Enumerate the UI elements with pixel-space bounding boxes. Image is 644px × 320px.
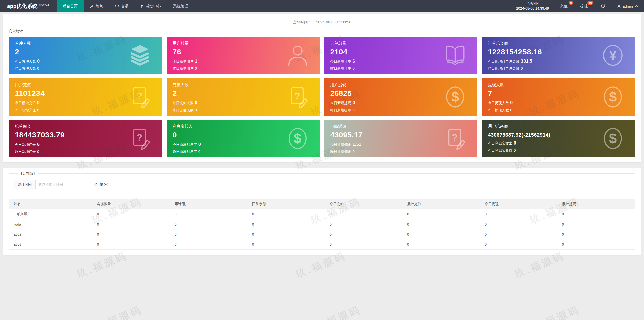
col-header-team-balance: 团队余额 — [248, 199, 325, 209]
cell: 0 — [557, 239, 635, 250]
dollar-circle-icon: $ — [601, 127, 625, 150]
nav-item-help-center[interactable]: 帮助中心 — [135, 0, 167, 12]
top-navbar: app优化系统 @cv718 后台首页 角色 交易 帮助中心 系统管理 — [0, 0, 644, 12]
navbar-local-time: 当地时间 2024-08-06 14:39:49 — [511, 0, 554, 12]
doc-question-icon: ? — [286, 85, 309, 109]
agent-stats-panel: 代理统计 统计时间 搜 索 姓名 客服数量 累计用户 团队余额 今日充值 累计充… — [3, 168, 641, 255]
card-line1-value: 6 — [37, 142, 40, 147]
cell: 0 — [325, 209, 403, 219]
agent-fieldset: 代理统计 统计时间 搜 索 — [9, 171, 635, 194]
card-line2-label: 昨日新增佣金 — [15, 150, 36, 154]
table-row: a002 0 0 0 0 0 0 0 — [9, 229, 635, 239]
card-line1-value: 0 — [353, 100, 355, 105]
watermark-text: 玖.福源码 — [90, 303, 144, 320]
col-header-today-withdraw: 今日提现 — [480, 199, 557, 209]
agent-search-form: 统计时间 搜 索 — [14, 180, 630, 189]
card-line2-label: 昨日新增订单 — [330, 66, 351, 70]
nav-item-label: 帮助中心 — [146, 4, 161, 9]
table-row: a003 0 0 0 0 0 0 0 — [9, 239, 635, 250]
stat-card-user-recharge: 用户充值 1101234 今日新增充值0 昨日新增充值0 ? — [9, 78, 162, 116]
cell: 0 — [403, 209, 480, 219]
nav-item-withdraw[interactable]: 提现 16 — [575, 0, 595, 12]
cell-name: a002 — [9, 229, 93, 239]
cell: 0 — [557, 219, 635, 229]
agent-table: 姓名 客服数量 累计用户 团队余额 今日充值 累计充值 今日提现 累计提现 一帆… — [9, 199, 635, 250]
agent-table-header: 姓名 客服数量 累计用户 团队余额 今日充值 累计充值 今日提现 累计提现 — [9, 199, 635, 209]
card-line1-value: 0 — [37, 100, 40, 105]
app-logo[interactable]: app优化系统 @cv718 — [0, 0, 57, 12]
user-menu[interactable]: admin — [611, 0, 644, 12]
cell-name: 一帆风顺 — [9, 209, 93, 219]
cell-name: liuda — [9, 219, 93, 229]
withdraw-badge: 16 — [587, 1, 593, 5]
card-line1-value: 6 — [353, 59, 355, 64]
cell: 0 — [480, 239, 557, 250]
table-row: liuda 0 0 0 0 0 0 0 — [9, 219, 635, 229]
username: admin — [623, 4, 633, 8]
agent-section-title: 代理统计 — [18, 171, 38, 176]
cell: 0 — [170, 219, 248, 229]
search-button-label: 搜 索 — [100, 182, 108, 187]
card-line2-label: 昨日新增充值 — [15, 108, 36, 112]
card-line1-value: 0 — [37, 59, 40, 64]
stat-card-recharge-users: 充值人数 2 今日充值人数0 昨日充值人数0 ? — [167, 78, 320, 116]
yen-circle-icon: ¥ — [601, 44, 625, 67]
stat-card-interest-in: 利息宝转入 0 今日新增利息宝0 昨日新增利息宝0 $ — [167, 120, 320, 157]
nav-item-recharge[interactable]: 充值 0 — [554, 0, 575, 12]
card-line2-value: 0 — [353, 149, 355, 154]
card-line1-label: 今日充值人数 — [173, 101, 194, 105]
card-line2-value: 0 — [198, 149, 200, 154]
cell: 0 — [93, 219, 170, 229]
refresh-button[interactable] — [595, 0, 611, 12]
svg-text:$: $ — [294, 130, 301, 146]
svg-text:$: $ — [451, 89, 459, 105]
card-line1-value: 0 — [514, 140, 516, 146]
card-line1-label: 今日新增佣金 — [15, 143, 36, 147]
col-header-total-withdraw: 累计提现 — [557, 199, 635, 209]
user-icon — [90, 4, 94, 8]
cell: 0 — [248, 239, 325, 250]
stat-card-user-total-balance: 用户总余额 430675687.92(-21562914) 今日利息宝转出0 今… — [482, 120, 635, 157]
brand-version: @cv718 — [39, 3, 49, 6]
stat-time-label: 统计时间 — [14, 180, 36, 189]
user-icon — [617, 4, 621, 8]
card-line1-value: 0 — [510, 100, 513, 105]
col-header-today-recharge: 今日充值 — [325, 199, 403, 209]
cell: 0 — [403, 239, 480, 250]
mall-stats-panel: 当地时间： 2024-08-06 14:39:56 商城统计 首冲人数 2 今日… — [3, 14, 641, 162]
stat-card-orders-amount: 订单总金额 1228154258.16 今日新增订单总金额331.5 昨日新增订… — [482, 37, 635, 74]
cell: 0 — [403, 229, 480, 239]
cell-name: a003 — [9, 239, 93, 250]
nav-item-trade[interactable]: 交易 — [109, 0, 135, 12]
card-line1-value: 0 — [195, 100, 197, 105]
cell: 0 — [480, 229, 557, 239]
search-button[interactable]: 搜 索 — [90, 180, 112, 189]
cell: 0 — [557, 229, 635, 239]
mall-section-title: 商城统计 — [9, 29, 641, 33]
dollar-circle-icon: $ — [286, 127, 309, 150]
navbar-right: 当地时间 2024-08-06 14:39:49 充值 0 提现 16 admi… — [511, 0, 644, 12]
nav-item-label: 角色 — [95, 4, 103, 9]
cell: 0 — [248, 229, 325, 239]
card-line2-label: 昨日提现人数 — [488, 108, 509, 112]
svg-text:?: ? — [452, 132, 458, 143]
recharge-label: 充值 — [560, 4, 568, 9]
svg-text:?: ? — [137, 91, 142, 101]
card-line2-value: 0 — [37, 108, 39, 112]
layers-icon — [128, 44, 152, 67]
nav-item-roles[interactable]: 角色 — [84, 0, 109, 12]
recharge-badge: 0 — [569, 1, 573, 5]
cell: 0 — [170, 239, 248, 250]
card-line2-label: 昨日首冲人数 — [15, 66, 36, 70]
local-time-value: 2024-08-06 14:39:49 — [516, 6, 549, 11]
nav-item-system[interactable]: 系统管理 — [167, 0, 194, 12]
card-line1-label: 今日首冲人数 — [15, 59, 36, 63]
withdraw-label: 提现 — [580, 4, 588, 9]
stat-time-input[interactable] — [35, 180, 81, 189]
refresh-icon — [601, 4, 605, 8]
svg-text:?: ? — [137, 132, 142, 143]
card-line2-label: 昨日充值人数 — [173, 108, 194, 112]
doc-question-icon: ? — [443, 127, 467, 150]
nav-item-dashboard[interactable]: 后台首页 — [57, 0, 84, 12]
stat-card-user-withdraw: 用户提现 26825 今日新增提现0 昨日新增提现0 $ — [324, 78, 478, 116]
